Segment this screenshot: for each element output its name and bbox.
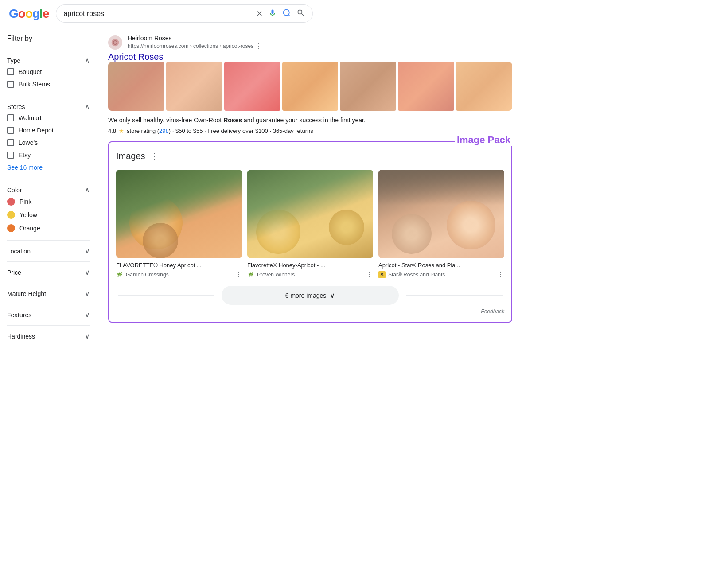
rating-link[interactable]: 298 xyxy=(159,128,169,134)
result-site: Heirloom Roses https://heirloomroses.com… xyxy=(108,35,512,50)
filter-section-mature-height: Mature Height ∨ xyxy=(7,283,90,304)
filter-type-header[interactable]: Type ∧ xyxy=(7,55,90,66)
filter-mature-height-label: Mature Height xyxy=(7,290,46,297)
search-input[interactable] xyxy=(63,10,252,18)
more-images-button[interactable]: 6 more images ∨ xyxy=(222,286,399,305)
color-chevron-up-icon: ∧ xyxy=(85,186,90,194)
voice-search-button[interactable] xyxy=(268,8,277,19)
lens-icon xyxy=(282,8,291,19)
lowes-label: Lowe's xyxy=(19,139,38,146)
sidebar: Filter by Type ∧ Bouquet Bulk Stems Stor… xyxy=(0,27,97,354)
filter-orange[interactable]: Orange xyxy=(7,222,90,235)
filter-bulk-stems[interactable]: Bulk Stems xyxy=(7,78,90,90)
filter-price-label: Price xyxy=(7,269,21,276)
image-card-1[interactable]: FLAVORETTE® Honey Apricot ... 🌿 Garden C… xyxy=(116,170,242,279)
see-more-stores-link[interactable]: See 16 more xyxy=(7,161,90,174)
filter-mature-height-header[interactable]: Mature Height ∨ xyxy=(7,288,90,299)
filter-section-features: Features ∨ xyxy=(7,304,90,325)
source-dots-3[interactable]: ⋮ xyxy=(497,270,504,279)
header: Google ✕ xyxy=(0,0,709,27)
source-name-2: Proven Winners xyxy=(257,272,295,278)
result-img-2[interactable] xyxy=(166,62,222,111)
result-img-4[interactable] xyxy=(282,62,339,111)
features-chevron-down-icon: ∨ xyxy=(85,311,90,319)
star-icon: ★ xyxy=(119,128,124,134)
source-dots-1[interactable]: ⋮ xyxy=(235,270,242,279)
result-meta: 4.8 ★ store rating (298) · $50 to $55 · … xyxy=(108,128,512,134)
source-favicon-2: 🌿 xyxy=(247,271,254,278)
image-card-1-source: 🌿 Garden Crossings ⋮ xyxy=(116,270,242,279)
image-card-3-source: S Star® Roses and Plants ⋮ xyxy=(378,270,504,279)
feedback-text[interactable]: Feedback xyxy=(116,308,504,315)
filter-section-location: Location ∨ xyxy=(7,240,90,261)
home-depot-checkbox[interactable] xyxy=(7,127,14,134)
search-button[interactable] xyxy=(296,8,305,19)
filter-location-header[interactable]: Location ∨ xyxy=(7,246,90,256)
price-chevron-down-icon: ∨ xyxy=(85,268,90,276)
filter-type-label: Type xyxy=(7,57,20,64)
filter-pink[interactable]: Pink xyxy=(7,195,90,208)
image-pack: Image Pack Images ⋮ FLAV xyxy=(108,141,512,323)
result-title[interactable]: Apricot Roses xyxy=(108,52,164,62)
site-name-url: Heirloom Roses https://heirloomroses.com… xyxy=(128,35,262,50)
location-chevron-down-icon: ∨ xyxy=(85,247,90,255)
filter-etsy[interactable]: Etsy xyxy=(7,149,90,161)
clear-button[interactable]: ✕ xyxy=(256,9,263,19)
lowes-checkbox[interactable] xyxy=(7,139,14,146)
source-info-2: 🌿 Proven Winners xyxy=(247,271,295,278)
filter-yellow[interactable]: Yellow xyxy=(7,208,90,222)
search-icon xyxy=(296,8,305,19)
filter-color-header[interactable]: Color ∧ xyxy=(7,185,90,195)
result-img-5[interactable] xyxy=(340,62,396,111)
lens-button[interactable] xyxy=(282,8,291,19)
filter-price-header[interactable]: Price ∨ xyxy=(7,267,90,277)
pink-color-dot xyxy=(7,198,15,206)
image-pack-menu-button[interactable]: ⋮ xyxy=(149,149,160,163)
bouquet-checkbox[interactable] xyxy=(7,68,14,75)
result-img-3[interactable] xyxy=(224,62,280,111)
bulk-stems-checkbox[interactable] xyxy=(7,81,14,88)
svg-point-0 xyxy=(284,10,289,16)
etsy-checkbox[interactable] xyxy=(7,152,14,159)
filter-color-label: Color xyxy=(7,187,22,194)
filter-walmart[interactable]: Walmart xyxy=(7,112,90,124)
result-img-1[interactable] xyxy=(108,62,164,111)
site-url: https://heirloomroses.com › collections … xyxy=(128,43,253,49)
filter-bouquet[interactable]: Bouquet xyxy=(7,66,90,78)
result-img-7[interactable] xyxy=(456,62,512,111)
pink-label: Pink xyxy=(19,198,31,205)
svg-line-1 xyxy=(288,15,290,16)
filter-section-price: Price ∨ xyxy=(7,261,90,283)
image-card-2-source: 🌿 Proven Winners ⋮ xyxy=(247,270,373,279)
site-favicon xyxy=(108,35,122,50)
bouquet-label: Bouquet xyxy=(19,68,42,75)
orange-color-dot xyxy=(7,224,15,232)
orange-label: Orange xyxy=(19,225,40,232)
filter-features-header[interactable]: Features ∨ xyxy=(7,310,90,320)
result-snippet: We only sell healthy, virus-free Own-Roo… xyxy=(108,115,512,125)
search-bar[interactable]: ✕ xyxy=(56,4,313,23)
image-thumb-1 xyxy=(116,170,242,258)
filter-hardiness-header[interactable]: Hardiness ∨ xyxy=(7,331,90,341)
image-card-2-title: Flavorette® Honey-Apricot - ... xyxy=(247,262,373,269)
more-images-row: 6 more images ∨ xyxy=(116,286,504,305)
filter-stores-header[interactable]: Stores ∧ xyxy=(7,101,90,112)
chevron-up-icon: ∧ xyxy=(85,56,90,65)
mature-height-chevron-down-icon: ∨ xyxy=(85,289,90,298)
site-name: Heirloom Roses xyxy=(128,35,262,42)
filter-section-type: Type ∧ Bouquet Bulk Stems xyxy=(7,50,90,96)
search-result: Heirloom Roses https://heirloomroses.com… xyxy=(108,35,512,134)
filter-home-depot[interactable]: Home Depot xyxy=(7,124,90,136)
source-favicon-3: S xyxy=(378,271,386,278)
walmart-label: Walmart xyxy=(19,114,42,121)
source-info-1: 🌿 Garden Crossings xyxy=(116,271,169,278)
result-img-6[interactable] xyxy=(398,62,454,111)
source-dots-2[interactable]: ⋮ xyxy=(366,270,373,279)
image-card-3[interactable]: Apricot - Star® Roses and Pla... S Star®… xyxy=(378,170,504,279)
yellow-label: Yellow xyxy=(19,211,37,218)
yellow-color-dot xyxy=(7,211,15,219)
image-card-2[interactable]: Flavorette® Honey-Apricot - ... 🌿 Proven… xyxy=(247,170,373,279)
site-menu-icon[interactable]: ⋮ xyxy=(255,42,262,50)
walmart-checkbox[interactable] xyxy=(7,114,14,121)
filter-lowes[interactable]: Lowe's xyxy=(7,136,90,149)
